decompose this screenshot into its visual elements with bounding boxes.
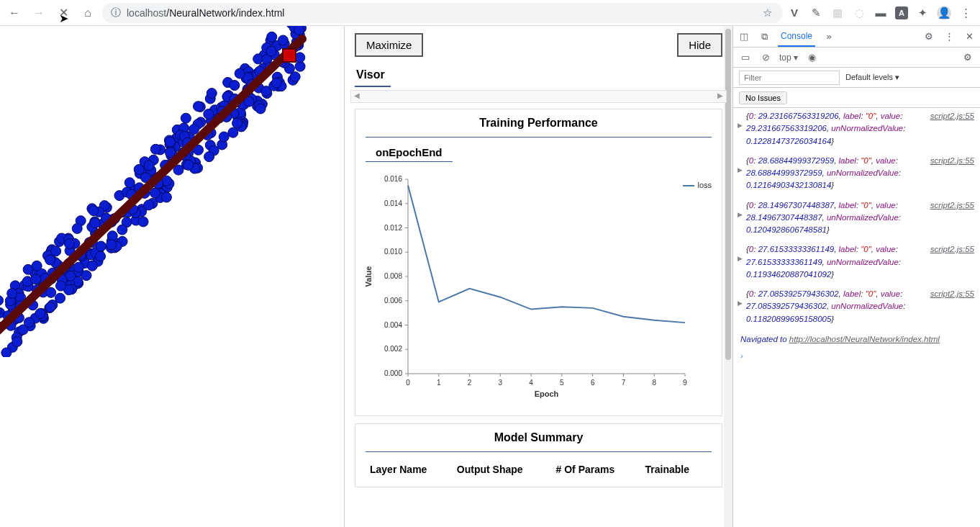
inspect-icon[interactable]: ◫ bbox=[738, 31, 750, 42]
log-source-link[interactable]: script2.js:55 bbox=[930, 110, 974, 122]
visor-tab[interactable]: Visor bbox=[355, 64, 391, 87]
svg-point-222 bbox=[255, 104, 266, 114]
console-filter-input[interactable] bbox=[739, 71, 840, 85]
svg-text:9: 9 bbox=[683, 379, 687, 387]
svg-point-281 bbox=[12, 337, 22, 347]
maximize-button[interactable]: Maximize bbox=[355, 33, 423, 57]
svg-point-318 bbox=[181, 113, 191, 123]
svg-text:0.016: 0.016 bbox=[384, 175, 402, 183]
close-devtools-icon[interactable]: ✕ bbox=[963, 31, 976, 42]
svg-point-301 bbox=[150, 144, 160, 154]
svg-point-178 bbox=[267, 32, 277, 42]
console-prompt[interactable]: › bbox=[736, 348, 977, 364]
tab-console[interactable]: Console bbox=[778, 27, 815, 47]
ext-icon-5[interactable]: ▬ bbox=[874, 6, 888, 20]
chrome-menu-icon[interactable]: ⋮ bbox=[958, 6, 973, 20]
svg-point-220 bbox=[278, 35, 288, 45]
profile-icon[interactable]: 👤 bbox=[937, 6, 951, 20]
summary-col: # Of Params bbox=[553, 459, 641, 479]
svg-point-152 bbox=[81, 271, 91, 281]
console-log-entry[interactable]: script2.js:55▶{0: 28.68844999372959, lab… bbox=[736, 153, 977, 197]
strip-left-icon[interactable]: ◀ bbox=[354, 91, 360, 99]
context-selector[interactable]: top ▾ bbox=[779, 53, 798, 63]
reload-button[interactable]: ✕ bbox=[53, 3, 73, 23]
log-levels-selector[interactable]: Default levels ▾ bbox=[845, 73, 899, 82]
svg-point-312 bbox=[271, 78, 281, 88]
svg-point-241 bbox=[124, 178, 135, 188]
url-host: localhost bbox=[127, 7, 166, 19]
svg-point-302 bbox=[161, 192, 171, 202]
svg-point-164 bbox=[87, 261, 97, 271]
home-button[interactable]: ⌂ bbox=[78, 3, 98, 23]
svg-point-259 bbox=[294, 26, 304, 35]
console-log[interactable]: script2.js:55▶{0: 29.231667563319206, la… bbox=[733, 108, 980, 527]
log-source-link[interactable]: script2.js:55 bbox=[930, 199, 974, 212]
svg-point-286 bbox=[45, 302, 55, 312]
svg-point-291 bbox=[189, 125, 199, 135]
svg-text:0: 0 bbox=[406, 379, 410, 387]
svg-point-136 bbox=[72, 223, 82, 233]
svg-point-315 bbox=[55, 281, 65, 291]
clear-console-icon[interactable]: ⊘ bbox=[759, 52, 772, 63]
ext-icon-4[interactable]: ◌ bbox=[852, 6, 866, 20]
console-log-entry[interactable]: script2.js:55▶{0: 27.085392579436302, la… bbox=[736, 286, 977, 330]
site-info-icon[interactable]: ⓘ bbox=[111, 6, 121, 19]
summary-title: Model Summary bbox=[366, 424, 712, 452]
svg-point-308 bbox=[90, 218, 100, 228]
svg-point-229 bbox=[230, 81, 240, 91]
console-log-entry[interactable]: script2.js:55▶{0: 27.61533333361149, lab… bbox=[736, 241, 977, 286]
console-settings-icon[interactable]: ⚙ bbox=[961, 52, 974, 63]
ext-icon-a[interactable]: A bbox=[895, 6, 908, 19]
ext-icon-2[interactable]: ✎ bbox=[809, 6, 823, 20]
log-source-link[interactable]: script2.js:55 bbox=[930, 155, 974, 167]
loss-chart: 0.0000.0020.0040.0060.0080.0100.0120.014… bbox=[361, 172, 721, 402]
address-bar[interactable]: ⓘ localhost/NeuralNetwork/index.html ☆ bbox=[102, 3, 783, 23]
svg-text:Value: Value bbox=[364, 266, 373, 287]
svg-point-316 bbox=[150, 188, 160, 198]
device-icon[interactable]: ⧉ bbox=[758, 31, 771, 42]
live-expr-icon[interactable]: ◉ bbox=[805, 52, 818, 63]
svg-point-260 bbox=[32, 261, 42, 271]
summary-col: Output Shape bbox=[454, 459, 552, 479]
no-issues-button[interactable]: No Issues bbox=[739, 91, 787, 104]
training-title: Training Performance bbox=[366, 109, 712, 138]
svg-point-247 bbox=[55, 293, 65, 303]
svg-point-274 bbox=[219, 132, 229, 142]
svg-text:0.010: 0.010 bbox=[384, 248, 402, 256]
hide-button[interactable]: Hide bbox=[677, 33, 722, 57]
bookmark-icon[interactable]: ☆ bbox=[760, 6, 774, 20]
console-log-entry[interactable]: script2.js:55▶{0: 28.14967307448387, lab… bbox=[736, 197, 977, 242]
svg-point-227 bbox=[89, 206, 99, 216]
kebab-icon[interactable]: ⋮ bbox=[943, 31, 956, 42]
back-button[interactable]: ← bbox=[4, 3, 24, 23]
devtools-tabs: ◫ ⧉ Console » ⚙ ⋮ ✕ bbox=[733, 26, 980, 48]
strip-right-icon[interactable]: ▶ bbox=[717, 91, 723, 99]
svg-text:2: 2 bbox=[468, 379, 472, 387]
ext-icon-3[interactable]: ▦ bbox=[830, 6, 845, 20]
more-tabs-icon[interactable]: » bbox=[822, 31, 835, 42]
console-sidebar-icon[interactable]: ▭ bbox=[739, 52, 752, 63]
summary-col: Trainable bbox=[643, 459, 710, 479]
svg-point-294 bbox=[165, 148, 176, 158]
svg-point-285 bbox=[228, 127, 238, 138]
log-source-link[interactable]: script2.js:55 bbox=[930, 243, 974, 256]
ext-icon-1[interactable]: V bbox=[787, 6, 802, 20]
forward-button[interactable]: → bbox=[29, 3, 49, 23]
chart-legend: loss bbox=[683, 181, 712, 189]
visor-tab-strip[interactable]: ◀ ▶ bbox=[350, 90, 727, 103]
svg-text:5: 5 bbox=[560, 379, 564, 387]
svg-point-232 bbox=[1, 348, 12, 357]
svg-text:Epoch: Epoch bbox=[535, 389, 559, 398]
training-card: Training Performance onEpochEnd loss 0.0… bbox=[355, 109, 722, 416]
svg-point-268 bbox=[31, 274, 41, 284]
extensions-icon[interactable]: ✦ bbox=[915, 6, 930, 20]
settings-icon[interactable]: ⚙ bbox=[922, 31, 935, 42]
log-source-link[interactable]: script2.js:55 bbox=[930, 288, 974, 300]
svg-point-309 bbox=[106, 240, 117, 250]
nav-url-link[interactable]: http://localhost/NeuralNetwork/index.htm… bbox=[789, 335, 940, 343]
visor-panel: Maximize Hide Visor ◀ ▶ Training Perform… bbox=[344, 26, 732, 527]
console-log-entry[interactable]: script2.js:55▶{0: 29.231667563319206, la… bbox=[736, 108, 977, 153]
svg-point-197 bbox=[73, 262, 83, 272]
svg-point-128 bbox=[138, 217, 148, 227]
svg-point-314 bbox=[7, 289, 17, 299]
